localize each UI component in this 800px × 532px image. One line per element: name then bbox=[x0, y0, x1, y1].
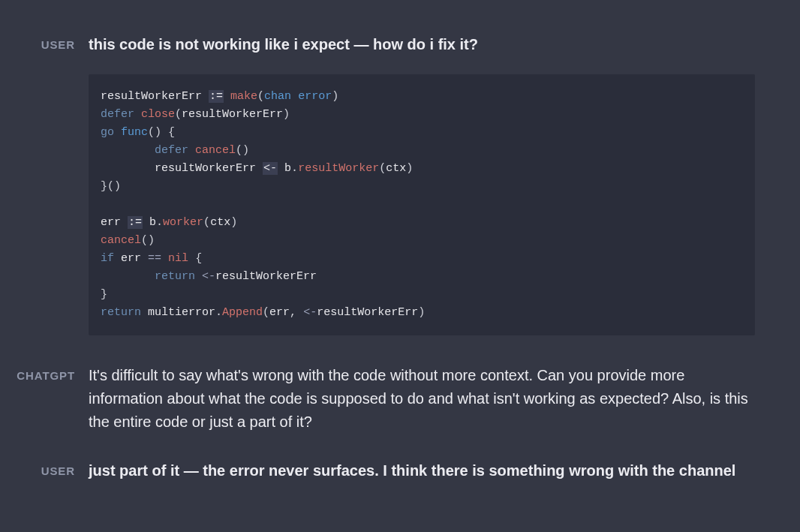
message-content: It's difficult to say what's wrong with … bbox=[89, 364, 755, 434]
chat-message-user: USER just part of it — the error never s… bbox=[0, 459, 800, 482]
user-text: this code is not working like i expect —… bbox=[89, 33, 755, 56]
role-label: CHATGPT bbox=[14, 364, 89, 385]
chat-message-assistant: CHATGPT It's difficult to say what's wro… bbox=[0, 364, 800, 434]
assistant-text: It's difficult to say what's wrong with … bbox=[89, 364, 755, 434]
role-label: USER bbox=[14, 33, 89, 54]
chat-message-user: USER this code is not working like i exp… bbox=[0, 33, 800, 335]
user-text: just part of it — the error never surfac… bbox=[89, 459, 755, 482]
role-label: USER bbox=[14, 459, 89, 480]
message-content: this code is not working like i expect —… bbox=[89, 33, 755, 335]
message-content: just part of it — the error never surfac… bbox=[89, 459, 755, 482]
code-block[interactable]: resultWorkerErr := make(chan error) defe… bbox=[89, 74, 755, 335]
